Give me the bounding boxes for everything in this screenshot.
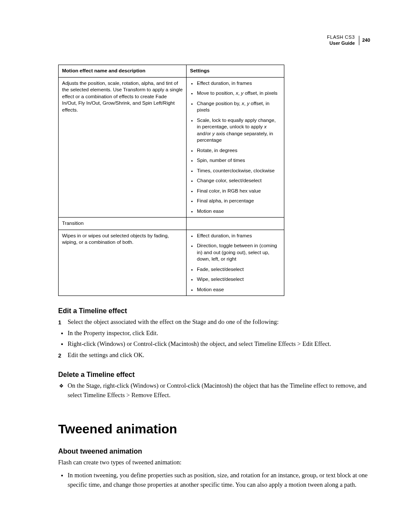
- diamond-icon: ❖: [59, 382, 64, 390]
- step-item: 2Edit the settings and click OK.: [58, 351, 370, 360]
- header-subtitle: User Guide: [330, 40, 355, 46]
- table-row: Adjusts the position, scale, rotation, a…: [59, 77, 284, 218]
- setting-item: Effect duration, in frames: [197, 233, 280, 240]
- header-product: FLASH CS3: [327, 34, 355, 40]
- bullet-item: Right-click (Windows) or Control-click (…: [68, 339, 370, 349]
- edit-steps: 1Select the object associated with the e…: [58, 317, 370, 327]
- setting-item: Wipe, select/deselect: [197, 276, 280, 283]
- table-header-settings: Settings: [187, 65, 284, 78]
- edit-steps-cont: 2Edit the settings and click OK.: [58, 351, 370, 360]
- table-row: Transition: [59, 218, 284, 230]
- step-item: 1Select the object associated with the e…: [58, 317, 370, 327]
- setting-item: Change color, select/deselect: [197, 177, 280, 184]
- transition-empty: [187, 218, 284, 230]
- setting-item: Rotate, in degrees: [197, 147, 280, 154]
- setting-item: Direction, toggle between in (coming in)…: [197, 243, 280, 263]
- transform-desc: Adjusts the position, scale, rotation, a…: [59, 77, 187, 218]
- table-header-name: Motion effect name and description: [59, 65, 187, 78]
- setting-item: Fade, select/deselect: [197, 266, 280, 273]
- setting-item: Scale, lock to equally apply change, in …: [197, 117, 280, 144]
- setting-item: Final alpha, in percentage: [197, 198, 280, 205]
- chapter-heading: Tweened animation: [58, 422, 370, 436]
- setting-item: Move to position, x, y offset, in pixels: [197, 90, 280, 97]
- transition-settings: Effect duration, in frames Direction, to…: [187, 230, 284, 296]
- page-number: 240: [362, 37, 370, 43]
- about-intro: Flash can create two types of tweened an…: [58, 458, 370, 467]
- about-bullets: In motion tweening, you define propertie…: [58, 471, 370, 490]
- bullet-item: In the Property inspector, click Edit.: [68, 329, 370, 338]
- section-heading-delete: Delete a Timeline effect: [58, 371, 370, 379]
- table-row: Wipes in or wipes out selected objects b…: [59, 230, 284, 296]
- transition-desc: Wipes in or wipes out selected objects b…: [59, 230, 187, 296]
- setting-item: Motion ease: [197, 286, 280, 293]
- transition-title: Transition: [59, 218, 187, 230]
- section-heading-about: About tweened animation: [58, 448, 370, 455]
- page-header: FLASH CS3 User Guide 240: [327, 34, 370, 47]
- setting-item: Effect duration, in frames: [197, 80, 280, 87]
- effects-table: Motion effect name and description Setti…: [58, 65, 284, 296]
- delete-instruction: ❖ On the Stage, right-click (Windows) or…: [58, 381, 370, 400]
- header-divider: [359, 36, 359, 45]
- edit-sub-bullets: In the Property inspector, click Edit. R…: [58, 329, 370, 349]
- bullet-item: In motion tweening, you define propertie…: [68, 471, 370, 490]
- setting-item: Times, counterclockwise, clockwise: [197, 168, 280, 174]
- setting-item: Spin, number of times: [197, 157, 280, 164]
- setting-item: Motion ease: [197, 208, 280, 215]
- transform-settings: Effect duration, in frames Move to posit…: [187, 77, 284, 218]
- setting-item: Final color, in RGB hex value: [197, 188, 280, 195]
- section-heading-edit: Edit a Timeline effect: [58, 307, 370, 315]
- setting-item: Change position by, x, y offset, in pixe…: [197, 100, 280, 114]
